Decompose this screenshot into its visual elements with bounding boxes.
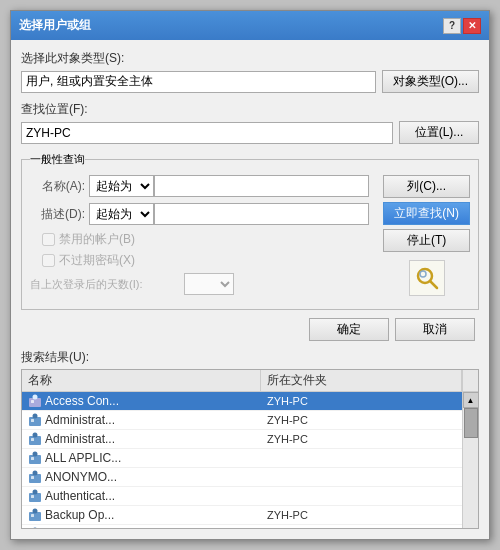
results-section: 搜索结果(U): 名称 所在文件夹 Access Con...ZYH-PC Ad… xyxy=(21,349,479,529)
no-expire-row: 不过期密码(X) xyxy=(42,252,369,269)
desc-label: 描述(D): xyxy=(30,206,85,223)
list-scroll-area: Access Con...ZYH-PC Administrat...ZYH-PC… xyxy=(22,392,478,529)
scroll-track xyxy=(463,408,478,529)
title-bar: 选择用户或组 ? ✕ xyxy=(11,11,489,40)
svg-rect-17 xyxy=(31,476,34,479)
days-label: 自上次登录后的天数(I): xyxy=(30,277,180,292)
no-expire-checkbox[interactable] xyxy=(42,254,55,267)
name-row: 名称(A): 起始为 xyxy=(30,175,369,197)
svg-rect-11 xyxy=(31,438,34,441)
object-type-button[interactable]: 对象类型(O)... xyxy=(382,70,479,93)
query-content: 名称(A): 起始为 描述(D): 起始为 xyxy=(30,175,470,301)
select-user-dialog: 选择用户或组 ? ✕ 选择此对象类型(S): 对象类型(O)... 查找位置(F… xyxy=(10,10,490,540)
name-value-input[interactable] xyxy=(154,175,369,197)
list-item[interactable]: Administrat...ZYH-PC xyxy=(22,411,462,430)
svg-point-10 xyxy=(33,433,38,438)
scroll-thumb[interactable] xyxy=(464,408,478,438)
svg-rect-5 xyxy=(31,400,34,403)
general-query-title: 一般性查询 xyxy=(30,152,85,167)
cancel-button[interactable]: 取消 xyxy=(395,318,475,341)
svg-rect-8 xyxy=(31,419,34,422)
svg-rect-20 xyxy=(31,495,34,498)
svg-point-7 xyxy=(33,414,38,419)
list-item[interactable]: Access Con...ZYH-PC xyxy=(22,392,462,411)
name-label: 名称(A): xyxy=(30,178,85,195)
svg-point-22 xyxy=(33,509,38,514)
svg-point-2 xyxy=(420,271,426,277)
svg-point-25 xyxy=(33,528,38,530)
results-label: 搜索结果(U): xyxy=(21,349,479,366)
query-left: 名称(A): 起始为 描述(D): 起始为 xyxy=(30,175,369,301)
list-body: Access Con...ZYH-PC Administrat...ZYH-PC… xyxy=(22,392,462,529)
no-expire-label: 不过期密码(X) xyxy=(59,252,135,269)
days-select[interactable] xyxy=(184,273,234,295)
dialog-content: 选择此对象类型(S): 对象类型(O)... 查找位置(F): 位置(L)...… xyxy=(11,40,489,539)
svg-point-16 xyxy=(33,471,38,476)
list-header: 名称 所在文件夹 xyxy=(22,370,478,392)
col-folder-header: 所在文件夹 xyxy=(261,370,462,391)
col-name-header: 名称 xyxy=(22,370,261,391)
object-type-group: 选择此对象类型(S): 对象类型(O)... xyxy=(21,50,479,93)
search-icon xyxy=(409,260,445,296)
scrollbar[interactable]: ▲ ▼ xyxy=(462,392,478,529)
svg-point-13 xyxy=(33,452,38,457)
location-row: 位置(L)... xyxy=(21,121,479,144)
close-button[interactable]: ✕ xyxy=(463,18,481,34)
days-row: 自上次登录后的天数(I): xyxy=(30,273,369,295)
disabled-account-checkbox[interactable] xyxy=(42,233,55,246)
desc-row: 描述(D): 起始为 xyxy=(30,203,369,225)
desc-value-input[interactable] xyxy=(154,203,369,225)
list-item[interactable]: Authenticat... xyxy=(22,487,462,506)
scroll-up-button[interactable]: ▲ xyxy=(463,392,479,408)
object-type-label: 选择此对象类型(S): xyxy=(21,50,479,67)
object-type-input[interactable] xyxy=(21,71,376,93)
svg-point-19 xyxy=(33,490,38,495)
location-label: 查找位置(F): xyxy=(21,101,479,118)
query-actions: 列(C)... 立即查找(N) 停止(T) xyxy=(383,175,470,301)
list-item[interactable]: BATCH xyxy=(22,525,462,529)
list-item[interactable]: ANONYMO... xyxy=(22,468,462,487)
stop-button[interactable]: 停止(T) xyxy=(383,229,470,252)
results-list[interactable]: 名称 所在文件夹 Access Con...ZYH-PC Administrat… xyxy=(21,369,479,529)
svg-point-4 xyxy=(33,395,38,400)
general-query-section: 一般性查询 名称(A): 起始为 描述(D): 起 xyxy=(21,152,479,310)
ok-button[interactable]: 确定 xyxy=(309,318,389,341)
svg-rect-14 xyxy=(31,457,34,460)
main-actions: 确定 取消 xyxy=(21,318,479,341)
dialog-title: 选择用户或组 xyxy=(19,17,91,34)
object-type-row: 对象类型(O)... xyxy=(21,70,479,93)
desc-condition-select[interactable]: 起始为 xyxy=(89,203,154,225)
column-button[interactable]: 列(C)... xyxy=(383,175,470,198)
location-button[interactable]: 位置(L)... xyxy=(399,121,479,144)
name-condition-select[interactable]: 起始为 xyxy=(89,175,154,197)
disabled-account-row: 禁用的帐户(B) xyxy=(42,231,369,248)
title-bar-buttons: ? ✕ xyxy=(443,18,481,34)
location-input[interactable] xyxy=(21,122,393,144)
svg-line-1 xyxy=(430,281,437,288)
list-item[interactable]: ALL APPLIC... xyxy=(22,449,462,468)
svg-rect-23 xyxy=(31,514,34,517)
list-item[interactable]: Administrat...ZYH-PC xyxy=(22,430,462,449)
list-item[interactable]: Backup Op...ZYH-PC xyxy=(22,506,462,525)
help-button[interactable]: ? xyxy=(443,18,461,34)
disabled-account-label: 禁用的帐户(B) xyxy=(59,231,135,248)
location-group: 查找位置(F): 位置(L)... xyxy=(21,101,479,144)
search-now-button[interactable]: 立即查找(N) xyxy=(383,202,470,225)
